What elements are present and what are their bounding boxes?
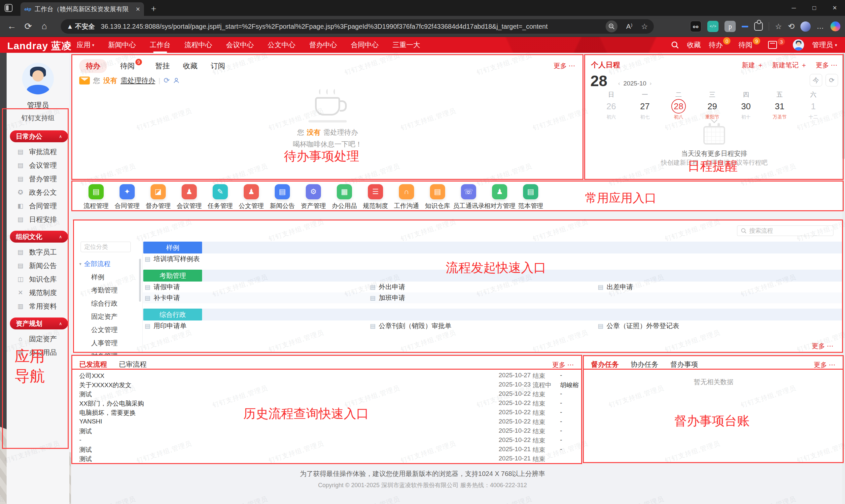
- new-note-button[interactable]: 新建笔记＋: [772, 61, 807, 70]
- calendar-day-28[interactable]: 28初八: [662, 99, 696, 120]
- sidebar-item-常用资料[interactable]: ▥常用资料: [6, 299, 69, 313]
- home-button[interactable]: ⌂: [41, 21, 47, 31]
- nav-item-督办中心[interactable]: 督办中心: [310, 40, 337, 50]
- nav-favorites[interactable]: 收藏: [687, 40, 701, 50]
- app-办公用品[interactable]: ▦办公用品: [329, 184, 360, 210]
- sidebar-item-固定资产[interactable]: ⌂固定资产: [6, 332, 69, 346]
- today-button[interactable]: 今: [810, 74, 822, 87]
- tree-scrollbar[interactable]: [139, 259, 141, 302]
- tab-close-icon[interactable]: ×: [136, 5, 140, 14]
- sidebar-item-规范制度[interactable]: ✕规范制度: [6, 286, 69, 299]
- app-督办管理[interactable]: ◪督办管理: [143, 184, 174, 210]
- todo-tab-暂挂[interactable]: 暂挂: [155, 59, 170, 73]
- calendar-day-27[interactable]: 27初七: [628, 99, 662, 120]
- scrollbar-thumb[interactable]: [842, 53, 845, 159]
- calendar-day-31[interactable]: 31万圣节: [763, 99, 796, 120]
- process-item-补卡申请[interactable]: ▤补卡申请: [145, 292, 180, 303]
- sidebar-item-督办管理[interactable]: ▤督办管理: [6, 172, 69, 185]
- tree-item-综合行政[interactable]: 综合行政: [91, 299, 142, 308]
- app-规范制度[interactable]: ☰规范制度: [360, 184, 391, 210]
- app-任务管理[interactable]: ✎任务管理: [205, 184, 236, 210]
- prev-month-icon[interactable]: ‹: [618, 80, 620, 87]
- nav-item-应用[interactable]: 应用▾: [76, 40, 94, 50]
- calendar-day-26[interactable]: 26初六: [594, 99, 628, 120]
- window-close-button[interactable]: ×: [825, 0, 845, 16]
- sent-more-link[interactable]: 更多 ⋯: [552, 360, 574, 369]
- sidebar-item-数字员工[interactable]: ▤数字员工: [6, 245, 69, 259]
- todo-tab-待阅[interactable]: 待阅9: [120, 59, 142, 73]
- sidebar-item-办公用品[interactable]: ▦办公用品: [6, 346, 69, 359]
- person-icon[interactable]: [173, 77, 180, 84]
- sidebar-item-会议管理[interactable]: ▤会议管理: [6, 158, 69, 172]
- app-会议管理[interactable]: ♟会议管理: [174, 184, 205, 210]
- sent-row[interactable]: -2025-10-22结束-: [72, 436, 582, 446]
- favorite-star-icon[interactable]: ☆: [641, 22, 648, 31]
- sidebar-section-header[interactable]: 日常办公∧: [10, 130, 68, 142]
- sent-row[interactable]: XX部门，办公电脑采购2025-10-22结束-: [72, 399, 582, 409]
- nav-user-menu[interactable]: 管理员▾: [812, 40, 837, 50]
- sent-row[interactable]: 电脑损坏，需要更换2025-10-22结束-: [72, 409, 582, 418]
- process-more-link[interactable]: 更多 ⋯: [812, 342, 833, 350]
- todo-tab-收藏[interactable]: 收藏: [183, 59, 197, 73]
- sidebar-item-审批流程[interactable]: ▤审批流程: [6, 145, 69, 158]
- calendar-day-30[interactable]: 30初十: [729, 99, 763, 120]
- sent-tab-已审流程[interactable]: 已审流程: [119, 360, 147, 369]
- nav-item-会议中心[interactable]: 会议中心: [226, 40, 254, 50]
- process-item-培训填写样例表[interactable]: ▤培训填写样例表: [145, 253, 200, 264]
- read-aloud-icon[interactable]: A⁾: [626, 22, 632, 30]
- nav-calendar[interactable]: 3: [768, 41, 785, 49]
- app-相对方管理[interactable]: ♟相对方管理: [484, 184, 515, 210]
- app-范本管理[interactable]: ▤范本管理: [515, 184, 546, 210]
- user-avatar[interactable]: [22, 63, 54, 94]
- sent-row[interactable]: 测试2025-10-22结束-: [72, 427, 582, 436]
- next-month-icon[interactable]: ›: [650, 80, 651, 87]
- nav-user-avatar[interactable]: [793, 39, 804, 51]
- process-item-公章刊刻（销毁）审批单[interactable]: ▤公章刊刻（销毁）审批单: [370, 321, 452, 331]
- sidebar-item-合同管理[interactable]: ◧合同管理: [6, 199, 69, 213]
- copilot-icon[interactable]: [830, 21, 840, 31]
- browser-profile-avatar[interactable]: [800, 21, 811, 32]
- browser-tab[interactable]: ekp 工作台（赣州高新区投资发展有限 ×: [20, 2, 144, 16]
- process-item-外出申请[interactable]: ▤外出申请: [370, 282, 405, 292]
- new-schedule-button[interactable]: 新建＋: [742, 61, 763, 70]
- todo-tab-订阅[interactable]: 订阅: [211, 59, 225, 73]
- nav-item-新闻中心[interactable]: 新闻中心: [108, 40, 136, 50]
- zoom-out-icon[interactable]: [605, 20, 617, 32]
- sidebar-item-知识仓库[interactable]: ◫知识仓库: [6, 272, 69, 286]
- new-tab-button[interactable]: ＋: [149, 3, 158, 14]
- process-item-出差申请[interactable]: ▤出差申请: [598, 282, 633, 292]
- refresh-button[interactable]: ⟳: [24, 21, 32, 32]
- nav-item-合同中心[interactable]: 合同中心: [351, 40, 379, 50]
- sent-row[interactable]: 测试2025-10-21结束-: [72, 446, 582, 455]
- tree-item-固定资产[interactable]: 固定资产: [91, 312, 142, 321]
- app-知识仓库[interactable]: ▤知识仓库: [422, 184, 453, 210]
- todo-notice-link[interactable]: 需处理待办: [121, 76, 155, 85]
- window-maximize-button[interactable]: □: [804, 0, 825, 16]
- nav-item-流程中心[interactable]: 流程中心: [184, 40, 212, 50]
- sidebar-item-新闻公告[interactable]: ▤新闻公告: [6, 259, 69, 272]
- extensions-puzzle-icon[interactable]: [754, 22, 763, 31]
- sent-tab-已发流程[interactable]: 已发流程: [79, 360, 107, 369]
- app-资产管理[interactable]: ⚙资产管理: [298, 184, 329, 210]
- tree-item-人事管理[interactable]: 人事管理: [91, 339, 142, 347]
- process-item-公章（证照）外带登记表[interactable]: ▤公章（证照）外带登记表: [598, 321, 679, 331]
- nav-item-公文中心[interactable]: 公文中心: [268, 40, 296, 50]
- category-filter-input[interactable]: [81, 241, 131, 252]
- process-search-input[interactable]: [749, 228, 830, 234]
- process-item-请假申请[interactable]: ▤请假申请: [145, 282, 180, 292]
- tree-item-考勤管理[interactable]: 考勤管理: [91, 286, 142, 295]
- tree-item-样例[interactable]: 样例: [91, 273, 142, 282]
- schedule-more-link[interactable]: 更多 ⋯: [816, 61, 838, 70]
- sent-row[interactable]: 关于XXXXX的发文2025-10-23流程中胡峻榕: [72, 381, 582, 390]
- search-icon[interactable]: [671, 41, 679, 49]
- window-minimize-button[interactable]: ─: [784, 0, 804, 16]
- page-scrollbar[interactable]: [842, 53, 845, 504]
- app-工作沟通[interactable]: ∩工作沟通: [391, 184, 422, 210]
- supervise-tab-督办任务[interactable]: 督办任务: [591, 360, 619, 369]
- favorites-bar-icon[interactable]: ☆: [775, 22, 782, 31]
- calendar-day-1[interactable]: 1十二: [796, 99, 830, 120]
- tree-item-root[interactable]: ▾全部流程: [79, 259, 142, 268]
- extension-dash-icon[interactable]: [742, 26, 748, 28]
- process-search[interactable]: [737, 226, 833, 236]
- process-item-加班申请[interactable]: ▤加班申请: [370, 292, 405, 303]
